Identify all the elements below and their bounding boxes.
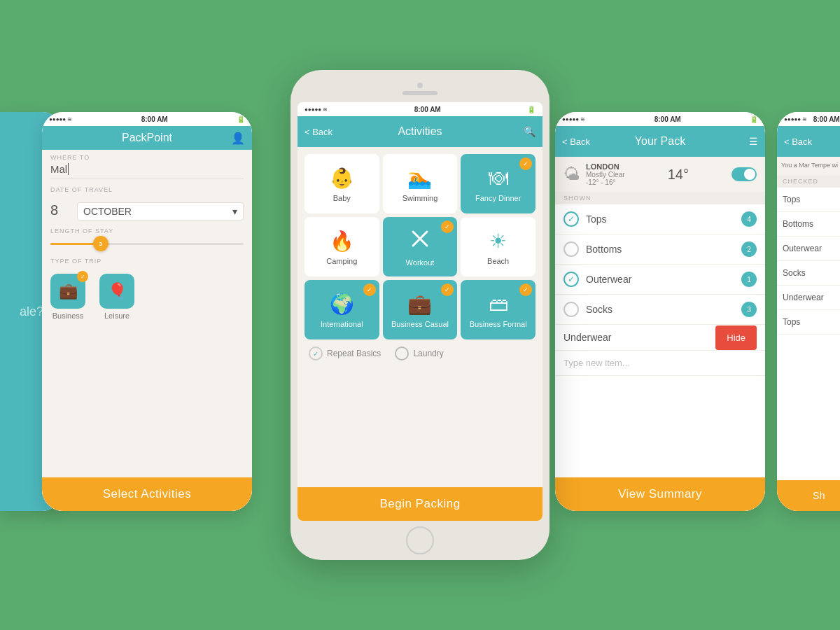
trip-option-leisure[interactable]: 🎈 Leisure (99, 274, 134, 320)
activity-tile-camping[interactable]: 🔥 Camping (304, 217, 379, 276)
where-to-label: WHERE TO (50, 154, 244, 161)
screen2-back-button[interactable]: < Back (304, 127, 332, 137)
screen3-title: Your Pack (635, 135, 685, 148)
socks-check (564, 302, 579, 317)
home-button[interactable] (406, 526, 434, 554)
hide-button[interactable]: Hide (715, 326, 757, 350)
swimming-icon: 🏊 (407, 167, 432, 190)
trip-options: ✓ 💼 Business 🎈 Leisure (42, 270, 252, 324)
screen4-checked-label: CHECKED (777, 175, 840, 188)
pack-item-outerwear[interactable]: ✓ Outerwear 1 (555, 265, 765, 295)
activity-tile-business-formal[interactable]: ✓ 🗃 Business Formal (461, 280, 536, 340)
screen2-status-bar: ●●●●● ≋ 8:00 AM 🔋 (298, 102, 542, 116)
screen1-battery: 🔋 (237, 115, 245, 123)
camping-icon: 🔥 (330, 230, 354, 253)
trip-type-section: TYPE OF TRIP (42, 253, 252, 270)
activity-tile-workout[interactable]: ✓ Workout (383, 217, 458, 276)
screen1-status-bar: ●●●●● ≋ 8:00 AM 🔋 (42, 112, 252, 126)
pack-item-bottoms[interactable]: Bottoms 2 (555, 234, 765, 265)
laundry-check (395, 346, 409, 360)
activity-tile-baby[interactable]: 👶 Baby (304, 154, 379, 214)
s4-item-socks: Socks (777, 261, 840, 286)
underwear-name: Underwear (564, 325, 715, 350)
where-to-value[interactable]: Mal (50, 163, 244, 179)
workout-label: Workout (406, 258, 435, 267)
menu-icon[interactable]: ☰ (749, 136, 758, 147)
chevron-down-icon: ▾ (232, 206, 237, 217)
repeat-basics-option[interactable]: ✓ Repeat Basics (309, 346, 381, 360)
view-summary-button[interactable]: View Summary (555, 477, 765, 511)
activity-tile-fancy-dinner[interactable]: ✓ 🍽 Fancy Dinner (461, 154, 536, 214)
screen3-header: < Back Your Pack ☰ (555, 126, 765, 157)
new-item-placeholder: Type new item... (564, 358, 630, 368)
screen4-back-button[interactable]: < Back (784, 136, 812, 147)
business-casual-check: ✓ (441, 284, 454, 296)
screen4-partial-info: You a Mar Tempe wi (777, 157, 840, 175)
stay-label: LENGTH OF STAY (50, 227, 244, 234)
screen2-time: 8:00 AM (414, 106, 441, 113)
pack-item-outerwear-left: ✓ Outerwear (564, 272, 631, 287)
stay-slider[interactable]: 3 (50, 237, 244, 251)
screen1-signal: ●●●●● ≋ (49, 116, 72, 122)
screen4-time: 8:00 AM (813, 115, 840, 123)
screen3-signal: ●●●●● ≋ (562, 116, 585, 122)
business-casual-icon: 💼 (407, 293, 432, 316)
screen4-cta-button[interactable]: Sh (777, 480, 840, 511)
pack-item-tops[interactable]: ✓ Tops 4 (555, 204, 765, 234)
begin-packing-button[interactable]: Begin Packing (298, 487, 542, 521)
camping-label: Camping (326, 257, 357, 265)
tops-name: Tops (586, 214, 607, 225)
screen3-back-button[interactable]: < Back (562, 136, 590, 147)
international-label: International (321, 320, 363, 328)
beach-icon: ☀ (489, 230, 507, 253)
baby-icon: 👶 (330, 167, 354, 190)
slider-thumb[interactable]: 3 (93, 236, 108, 251)
screen3-time: 8:00 AM (654, 115, 681, 123)
fancy-dinner-icon: 🍽 (489, 167, 508, 190)
screen2-notch (298, 78, 542, 99)
laundry-option[interactable]: Laundry (395, 346, 443, 360)
new-item-field[interactable]: Type new item... (555, 351, 765, 376)
weather-section: 🌤 LONDON Mostly Clear -12° - 16° 14° (555, 157, 765, 192)
activity-tile-swimming[interactable]: 🏊 Swimming (383, 154, 458, 214)
s4-item-bottoms: Bottoms (777, 212, 840, 237)
weather-info: LONDON Mostly Clear -12° - 16° (586, 162, 625, 186)
business-check-badge: ✓ (77, 271, 88, 282)
business-casual-label: Business Casual (391, 320, 449, 328)
trip-option-business[interactable]: ✓ 💼 Business (50, 274, 85, 320)
select-activities-button[interactable]: Select Activities (42, 477, 252, 511)
activity-tile-beach[interactable]: ☀ Beach (461, 217, 536, 276)
business-formal-label: Business Formal (470, 320, 527, 328)
outerwear-name: Outerwear (586, 274, 631, 285)
beach-label: Beach (487, 257, 509, 265)
screen2-phone: ●●●●● ≋ 8:00 AM 🔋 < Back Activities 🔍 👶 … (290, 70, 550, 560)
screen4-items-list: Tops Bottoms Outerwear Socks Underwear T… (777, 188, 840, 481)
international-check: ✓ (363, 284, 376, 296)
weather-city: LONDON (586, 162, 625, 171)
date-label: DATE OF TRAVEL (50, 186, 244, 193)
tops-count: 4 (741, 211, 757, 227)
s4-item-tops2: Tops (777, 310, 840, 335)
screen4-header: < Back (777, 126, 840, 157)
fancy-dinner-check: ✓ (519, 158, 532, 170)
user-icon[interactable]: 👤 (231, 132, 245, 145)
search-icon[interactable]: 🔍 (524, 126, 536, 137)
camera-dot (417, 83, 423, 88)
screen4-signal: ●●●●● ≋ (784, 116, 807, 122)
activity-tile-business-casual[interactable]: ✓ 💼 Business Casual (383, 280, 458, 340)
activity-tile-international[interactable]: ✓ 🌍 International (304, 280, 379, 340)
leisure-label: Leisure (104, 312, 130, 320)
screen3-status-bar: ●●●●● ≋ 8:00 AM 🔋 (555, 112, 765, 126)
pack-item-socks[interactable]: Socks 3 (555, 295, 765, 325)
celsius-toggle[interactable] (732, 167, 757, 181)
date-label-field: DATE OF TRAVEL (42, 182, 252, 198)
weather-left: 🌤 LONDON Mostly Clear -12° - 16° (564, 162, 625, 186)
screen2-battery: 🔋 (527, 106, 536, 113)
bottoms-name: Bottoms (586, 244, 622, 255)
activities-body: 👶 Baby 🏊 Swimming ✓ 🍽 Fancy Dinner 🔥 (298, 147, 542, 487)
shown-label: SHOWN (555, 192, 765, 204)
date-month-selector[interactable]: OCTOBER ▾ (77, 202, 244, 220)
weather-condition: Mostly Clear (586, 171, 625, 178)
where-to-field: WHERE TO Mal (42, 150, 252, 182)
leisure-icon: 🎈 (99, 274, 134, 309)
